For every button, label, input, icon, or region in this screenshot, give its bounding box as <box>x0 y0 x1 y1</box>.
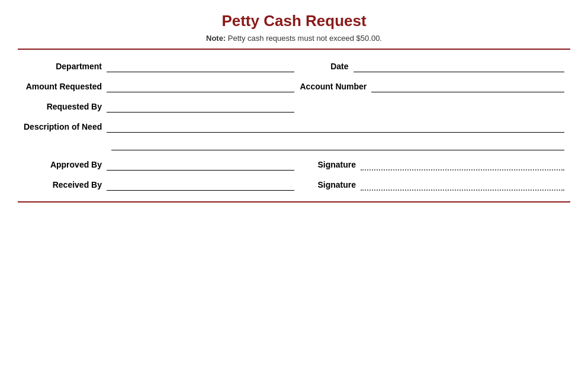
account-number-label: Account Number <box>294 82 372 92</box>
requested-by-row: Requested By <box>24 101 564 113</box>
department-col: Department <box>24 60 294 72</box>
amount-requested-label: Amount Requested <box>24 82 107 92</box>
description-extra-line <box>111 139 564 150</box>
department-date-row: Department Date <box>24 60 564 72</box>
requested-by-col: Requested By <box>24 101 294 113</box>
signature2-input[interactable] <box>361 179 564 191</box>
received-by-input[interactable] <box>107 179 294 191</box>
header: Petty Cash Request Note: Petty cash requ… <box>18 12 570 43</box>
approved-by-label: Approved By <box>24 160 107 171</box>
department-input[interactable] <box>107 60 294 72</box>
requested-by-label: Requested By <box>24 102 107 113</box>
signature1-col: Signature <box>294 159 565 171</box>
approved-by-input[interactable] <box>107 159 294 171</box>
account-col: Account Number <box>294 81 565 92</box>
received-by-col: Received By <box>24 179 294 191</box>
received-by-label: Received By <box>24 180 107 191</box>
page-container: Petty Cash Request Note: Petty cash requ… <box>0 0 588 392</box>
form-section: Department Date Amount Requested Account… <box>18 60 570 191</box>
signature2-label: Signature <box>294 180 361 191</box>
signature1-label: Signature <box>294 160 361 171</box>
description-row: Description of Need <box>24 121 564 133</box>
top-divider <box>18 49 570 50</box>
signature1-input[interactable] <box>361 159 564 171</box>
department-label: Department <box>24 62 107 72</box>
amount-requested-input[interactable] <box>107 81 294 92</box>
date-label: Date <box>294 62 354 72</box>
amount-col: Amount Requested <box>24 81 294 92</box>
description-label: Description of Need <box>24 122 107 133</box>
date-input[interactable] <box>354 60 565 72</box>
note-bold: Note: <box>206 34 226 43</box>
received-signature2-row: Received By Signature <box>24 179 564 191</box>
amount-account-row: Amount Requested Account Number <box>24 81 564 92</box>
page-title: Petty Cash Request <box>18 12 570 30</box>
date-col: Date <box>294 60 565 72</box>
signature2-col: Signature <box>294 179 565 191</box>
bottom-divider <box>18 201 570 203</box>
account-number-input[interactable] <box>371 81 564 92</box>
approved-by-col: Approved By <box>24 159 294 171</box>
note-text: Petty cash requests must not exceed $50.… <box>226 34 382 43</box>
description-input[interactable] <box>107 121 564 133</box>
approved-signature1-row: Approved By Signature <box>24 159 564 171</box>
requested-by-input[interactable] <box>107 101 294 113</box>
note-line: Note: Petty cash requests must not excee… <box>18 34 570 43</box>
